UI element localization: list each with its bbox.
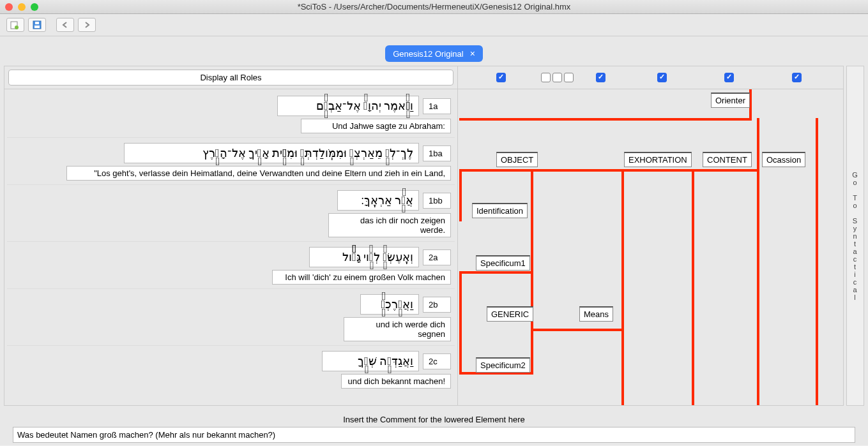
hebrew-text: וַאֲבָ֣רֶכְךָ֔ <box>360 294 419 315</box>
window-title: *SciToS - /Users/Archer/Documents/Hermen… <box>5 2 863 11</box>
clause-ref: 2b <box>423 297 451 313</box>
role-label-specificum1[interactable]: Specificum1 <box>476 255 530 271</box>
clause-ref: 1bb <box>423 193 451 209</box>
clause-row[interactable]: לֶךְ־לְךָ֛ מֵאַרְצְךָ֥ וּמִמֹּֽולַדְתְּך… <box>7 139 455 185</box>
display-roles-button[interactable]: Display all Roles <box>8 70 453 85</box>
translation-text: das ich dir noch zeigen werde. <box>328 213 451 237</box>
column-checkbox-6[interactable] <box>792 73 802 82</box>
clause-ref: 1ba <box>423 145 451 161</box>
new-file-button[interactable] <box>6 18 24 32</box>
clause-row[interactable]: וַאֲבָ֣רֶכְךָ֔ 2b und ich werde dich seg… <box>7 290 455 346</box>
role-label-exhortation[interactable]: EXHORTATION <box>624 152 692 167</box>
tab-bar: Genesis12 Original × <box>0 36 868 62</box>
clause-row[interactable]: וְאֶֽעֶשְׂךָ֙ לְגֹ֣וי גָּדֹ֔ול 2a Ich wi… <box>7 243 455 289</box>
role-label-content[interactable]: CONTENT <box>703 152 752 167</box>
rows-area: וַיֹּ֤אמֶר יְהוָה֙ אֶל־אַבְרָ֔ם 1a Und J… <box>4 89 457 405</box>
hebrew-text: וַאֲגַדְּלָ֖ה שְׁמֶ֑ךָ <box>322 351 419 371</box>
text-column: Display all Roles וַיֹּ֤אמֶר יְהוָה֙ אֶל… <box>4 66 458 405</box>
undo-button[interactable] <box>56 18 74 32</box>
comment-footer: Insert the Comment for the lowered Eleme… <box>0 410 868 445</box>
role-label-means[interactable]: Means <box>579 306 613 322</box>
window-titlebar: *SciToS - /Users/Archer/Documents/Hermen… <box>0 0 868 14</box>
tab-close-button[interactable]: × <box>470 48 475 59</box>
svg-rect-3 <box>34 26 40 28</box>
clause-ref: 2c <box>423 353 451 369</box>
role-label-identification[interactable]: Identification <box>472 203 528 218</box>
svg-rect-4 <box>35 22 39 24</box>
close-window-button[interactable] <box>5 3 13 11</box>
column-checkbox-2b[interactable] <box>552 73 562 82</box>
hebrew-text: וַיֹּ֤אמֶר יְהוָה֙ אֶל־אַבְרָ֔ם <box>277 96 419 116</box>
tab-label: Genesis12 Original <box>393 49 464 59</box>
hebrew-text: אֲשֶׁ֥ר אַרְאֶֽךָּ׃ <box>337 190 419 211</box>
role-label-specificum2[interactable]: Specificum2 <box>476 357 530 373</box>
translation-text: Und Jahwe sagte zu Abraham: <box>301 119 451 133</box>
hebrew-text: וְאֶֽעֶשְׂךָ֙ לְגֹ֣וי גָּדֹ֔ול <box>309 247 419 267</box>
role-label-generic[interactable]: GENERIC <box>487 306 533 322</box>
clause-ref: 2a <box>423 249 451 265</box>
go-to-syntactical-button[interactable]: Go To Syntactical <box>846 66 864 406</box>
document-tab[interactable]: Genesis12 Original × <box>385 45 483 62</box>
column-checkbox-5[interactable] <box>724 73 734 82</box>
role-label-object[interactable]: OBJECT <box>496 152 538 167</box>
clause-ref: 1a <box>423 98 451 114</box>
translation-text: Ich will 'dich' zu einem großen Volk mac… <box>272 270 451 285</box>
toolbar <box>0 14 868 36</box>
diagram-column: Orienter OBJECT EXHORTATION CONTENT Ocas… <box>458 66 843 405</box>
clause-row[interactable]: וַאֲגַדְּלָ֖ה שְׁמֶ֑ךָ 2c und dich bekan… <box>7 347 455 392</box>
hebrew-text: לֶךְ־לְךָ֛ מֵאַרְצְךָ֥ וּמִמֹּֽולַדְתְּך… <box>124 143 419 163</box>
content-wrap: Display all Roles וַיֹּ֤אמֶר יְהוָה֙ אֶל… <box>4 66 844 406</box>
column-checkbox-1[interactable] <box>496 73 506 82</box>
role-label-ocassion[interactable]: Ocassion <box>762 152 805 167</box>
translation-text: und dich bekannt machen! <box>341 374 451 389</box>
save-file-button[interactable] <box>28 18 46 32</box>
column-checkbox-4[interactable] <box>657 73 667 82</box>
comment-input[interactable] <box>13 427 855 443</box>
roles-header: Display all Roles <box>4 66 457 89</box>
checkbox-header <box>458 66 843 89</box>
clause-row[interactable]: אֲשֶׁ֥ר אַרְאֶֽךָּ׃ 1bb das ich dir noch… <box>7 186 455 242</box>
column-checkbox-3[interactable] <box>596 73 605 82</box>
maximize-window-button[interactable] <box>31 3 38 11</box>
redo-button[interactable] <box>78 18 96 32</box>
main-panel: Display all Roles וַיֹּ֤אמֶר יְהוָה֙ אֶל… <box>0 62 868 410</box>
column-checkbox-2a[interactable] <box>541 73 551 82</box>
minimize-window-button[interactable] <box>18 3 26 11</box>
comment-label: Insert the Comment for the lowered Eleme… <box>13 412 855 427</box>
clause-row[interactable]: וַיֹּ֤אמֶר יְהוָה֙ אֶל־אַבְרָ֔ם 1a Und J… <box>7 92 455 138</box>
semantic-diagram[interactable]: Orienter OBJECT EXHORTATION CONTENT Ocas… <box>458 89 843 405</box>
role-label-orienter[interactable]: Orienter <box>711 93 750 108</box>
svg-point-1 <box>15 26 19 29</box>
column-checkbox-2c[interactable] <box>564 73 574 82</box>
translation-text: "Los geht's, verlasse dein Heimatland, d… <box>66 166 451 181</box>
translation-text: und ich werde dich segnen <box>344 317 451 341</box>
